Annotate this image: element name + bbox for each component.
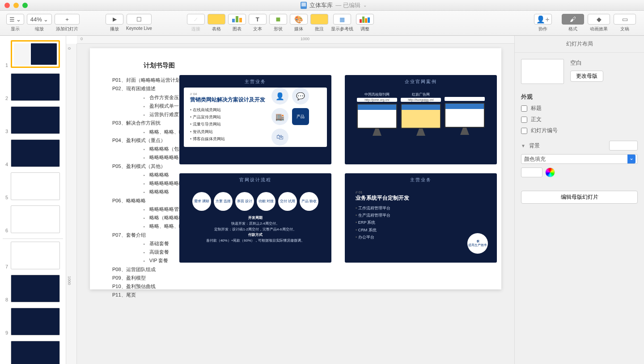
minimize-icon[interactable] xyxy=(13,3,19,8)
slide-navigator[interactable]: 1 2 3 4 5 6 7 8 9 xyxy=(0,36,66,364)
layout-thumbnail[interactable] xyxy=(521,59,564,84)
slide-thumb-1[interactable]: 1 xyxy=(3,40,63,68)
slide-thumb-9[interactable]: 9 xyxy=(3,308,63,335)
chevron-down-icon[interactable]: ⌄ xyxy=(363,3,367,8)
add-slide-button[interactable]: +添加幻灯片 xyxy=(55,14,80,32)
document-name: 立体车库 xyxy=(309,1,333,9)
slide-thumb-7[interactable]: 7 xyxy=(3,242,63,269)
collaborate-button[interactable]: 👤+协作 xyxy=(534,14,552,32)
inspector-header: 幻灯片布局 xyxy=(515,36,644,53)
slide-heading: 计划书导图 xyxy=(144,62,483,70)
comment-button[interactable]: 批注 xyxy=(310,14,328,32)
change-master-button[interactable]: 更改母版 xyxy=(570,71,603,82)
close-icon[interactable] xyxy=(4,3,10,8)
canvas-area: 0 1000 0 1000 计划书导图 P01、封面（略略略略运营计划书）P02… xyxy=(66,36,514,364)
slide-thumb-3[interactable]: 3 xyxy=(3,106,63,134)
ruler-horizontal: 0 1000 xyxy=(77,36,514,44)
body-checkbox[interactable]: 正文 xyxy=(521,116,638,123)
inspector-panel: 幻灯片布局 空白 更改母版 外观 标题 正文 幻灯片编号 ▼ 背景 颜色填充 xyxy=(514,36,644,364)
edited-label: — 已编辑 xyxy=(335,1,360,9)
disclosure-triangle-icon[interactable]: ▼ xyxy=(521,143,525,148)
layout-name: 空白 xyxy=(570,59,638,67)
keynote-live-button[interactable]: ☐Keynote Live xyxy=(126,14,152,32)
guides-button[interactable]: ▦显示参考线 xyxy=(331,14,353,32)
preview-card-4: 主营业务 // 01 业务系统平台定制开发 工作流程管理平台生产流程管理平台ER… xyxy=(345,173,497,263)
tab-format[interactable]: 🖌格式 xyxy=(560,14,586,32)
slide-thumb-5[interactable]: 5 xyxy=(3,172,63,200)
fill-select[interactable]: 颜色填充 xyxy=(521,154,638,164)
chart-button[interactable]: 图表 xyxy=(228,14,246,32)
preview-card-1: 主营业务 // 04 营销类网站解决方案设计及开发 在线商城类网站产品宣传类网站… xyxy=(179,75,331,164)
table-button[interactable]: 表格 xyxy=(208,14,225,32)
window-title: 立体车库 — 已编辑 ⌄ xyxy=(28,1,640,9)
tab-document[interactable]: ▭文稿 xyxy=(612,14,638,32)
edit-master-button[interactable]: 编辑母版幻灯片 xyxy=(521,191,638,204)
zoom-button[interactable]: 44% ⌄缩放 xyxy=(27,14,52,32)
adjust-button[interactable]: 调整 xyxy=(356,14,374,32)
connect-button: ⟋连接 xyxy=(187,14,205,32)
slide-canvas[interactable]: 计划书导图 P01、封面（略略略略运营计划书）P02、现有困难描述合作方资金压力… xyxy=(90,48,501,289)
background-label: 背景 xyxy=(529,142,540,150)
slide-thumb-6[interactable]: 6 xyxy=(3,205,63,233)
fullscreen-icon[interactable] xyxy=(22,3,28,8)
media-button[interactable]: 🎨媒体 xyxy=(290,14,308,32)
view-button[interactable]: ☰ ⌄显示 xyxy=(6,14,24,32)
chat-icon: 💬 xyxy=(292,88,309,105)
slide-thumb-2[interactable]: 2 xyxy=(3,73,63,101)
title-checkbox[interactable]: 标题 xyxy=(521,105,638,112)
store-icon: 🏬 xyxy=(271,108,288,125)
play-button[interactable]: 播放 xyxy=(106,14,123,32)
preview-card-2: 企业官网案例 中国高校期刊网http://jcme.org.cn/ 红旗广告网h… xyxy=(345,75,497,164)
titlebar: 立体车库 — 已编辑 ⌄ xyxy=(0,0,644,11)
product-icon: 产品 xyxy=(292,108,309,125)
window-controls xyxy=(4,3,28,8)
document-icon xyxy=(301,2,307,9)
toolbar: ☰ ⌄显示 44% ⌄缩放 +添加幻灯片 播放 ☐Keynote Live ⟋连… xyxy=(0,11,644,36)
color-wheel-icon[interactable] xyxy=(545,167,555,177)
tools-icon: 🛠提高生产效率 xyxy=(467,233,488,254)
slide-thumb-4[interactable]: 4 xyxy=(3,139,63,167)
preview-card-3: 官网设计流程 需求 调研方案 选择界面 设计功能 对接交付 试用产品 验收 开发… xyxy=(179,173,331,263)
text-button[interactable]: T文本 xyxy=(249,14,267,32)
slide-thumb-10[interactable] xyxy=(3,341,63,364)
appearance-label: 外观 xyxy=(521,93,638,101)
ruler-vertical: 0 1000 xyxy=(66,44,77,364)
shape-button[interactable]: ■形状 xyxy=(269,14,287,32)
person-icon: 👤 xyxy=(271,88,288,105)
slide-thumb-8[interactable]: 8 xyxy=(3,275,63,302)
tab-animate[interactable]: ◆动画效果 xyxy=(586,14,612,32)
background-preview[interactable] xyxy=(609,141,638,151)
slidenumber-checkbox[interactable]: 幻灯片编号 xyxy=(521,127,638,134)
color-swatch[interactable] xyxy=(521,167,542,177)
online-icon: 🛍 xyxy=(271,129,288,146)
